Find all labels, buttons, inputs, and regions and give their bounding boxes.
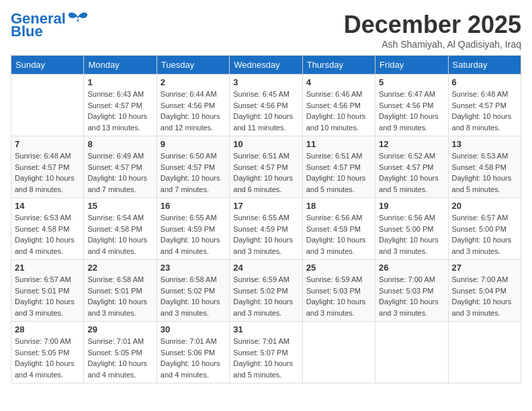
day-number: 5 (379, 77, 444, 87)
day-number: 29 (87, 324, 152, 334)
calendar-cell: 18Sunrise: 6:56 AM Sunset: 4:59 PM Dayli… (302, 198, 375, 260)
calendar-cell: 28Sunrise: 7:00 AM Sunset: 5:05 PM Dayli… (11, 322, 84, 383)
calendar-cell: 26Sunrise: 7:00 AM Sunset: 5:03 PM Dayli… (375, 260, 448, 322)
calendar-cell (448, 322, 521, 383)
cell-sun-info: Sunrise: 6:55 AM Sunset: 4:59 PM Dayligh… (233, 212, 298, 257)
title-block: December 2025 Ash Shamiyah, Al Qadisiyah… (344, 11, 521, 50)
calendar-cell: 19Sunrise: 6:56 AM Sunset: 5:00 PM Dayli… (375, 198, 448, 260)
calendar-cell (375, 322, 448, 383)
calendar-week-row: 14Sunrise: 6:53 AM Sunset: 4:58 PM Dayli… (11, 198, 521, 260)
cell-sun-info: Sunrise: 6:48 AM Sunset: 4:57 PM Dayligh… (15, 150, 80, 195)
cell-sun-info: Sunrise: 6:48 AM Sunset: 4:57 PM Dayligh… (452, 89, 517, 133)
day-number: 24 (233, 263, 298, 273)
calendar-cell: 4Sunrise: 6:46 AM Sunset: 4:56 PM Daylig… (302, 75, 375, 136)
day-number: 11 (306, 139, 371, 149)
cell-sun-info: Sunrise: 6:54 AM Sunset: 4:58 PM Dayligh… (87, 212, 152, 257)
cell-sun-info: Sunrise: 6:51 AM Sunset: 4:57 PM Dayligh… (306, 150, 371, 195)
cell-sun-info: Sunrise: 6:59 AM Sunset: 5:02 PM Dayligh… (233, 274, 298, 318)
day-number: 20 (452, 201, 517, 211)
calendar-cell: 25Sunrise: 6:59 AM Sunset: 5:03 PM Dayli… (302, 260, 375, 322)
calendar-cell: 21Sunrise: 6:57 AM Sunset: 5:01 PM Dayli… (11, 260, 84, 322)
calendar-cell: 11Sunrise: 6:51 AM Sunset: 4:57 PM Dayli… (302, 136, 375, 198)
calendar-cell: 14Sunrise: 6:53 AM Sunset: 4:58 PM Dayli… (11, 198, 84, 260)
day-number: 23 (161, 263, 226, 273)
month-title: December 2025 (344, 11, 521, 39)
cell-sun-info: Sunrise: 6:53 AM Sunset: 4:58 PM Dayligh… (452, 150, 517, 195)
page-header: General Blue December 2025 Ash Shamiyah,… (11, 11, 521, 50)
calendar-cell: 23Sunrise: 6:58 AM Sunset: 5:02 PM Dayli… (157, 260, 229, 322)
cell-sun-info: Sunrise: 6:58 AM Sunset: 5:02 PM Dayligh… (161, 274, 226, 318)
calendar-week-row: 21Sunrise: 6:57 AM Sunset: 5:01 PM Dayli… (11, 260, 521, 322)
weekday-header-friday: Friday (375, 56, 448, 75)
day-number: 12 (379, 139, 444, 149)
day-number: 26 (379, 263, 444, 273)
weekday-header-tuesday: Tuesday (157, 56, 229, 75)
day-number: 30 (161, 324, 226, 334)
calendar-cell (11, 75, 84, 136)
day-number: 31 (233, 324, 298, 334)
day-number: 9 (161, 139, 226, 149)
calendar-cell: 8Sunrise: 6:49 AM Sunset: 4:57 PM Daylig… (84, 136, 157, 198)
cell-sun-info: Sunrise: 6:57 AM Sunset: 5:01 PM Dayligh… (15, 274, 80, 318)
calendar-cell: 30Sunrise: 7:01 AM Sunset: 5:06 PM Dayli… (157, 322, 229, 383)
calendar-week-row: 28Sunrise: 7:00 AM Sunset: 5:05 PM Dayli… (11, 322, 521, 383)
calendar-cell: 27Sunrise: 7:00 AM Sunset: 5:04 PM Dayli… (448, 260, 521, 322)
day-number: 18 (306, 201, 371, 211)
cell-sun-info: Sunrise: 6:45 AM Sunset: 4:56 PM Dayligh… (233, 89, 298, 133)
day-number: 16 (161, 201, 226, 211)
calendar-cell (302, 322, 375, 383)
calendar-cell: 5Sunrise: 6:47 AM Sunset: 4:56 PM Daylig… (375, 75, 448, 136)
day-number: 13 (452, 139, 517, 149)
calendar-cell: 9Sunrise: 6:50 AM Sunset: 4:57 PM Daylig… (157, 136, 229, 198)
calendar-week-row: 1Sunrise: 6:43 AM Sunset: 4:57 PM Daylig… (11, 75, 521, 136)
calendar-cell: 1Sunrise: 6:43 AM Sunset: 4:57 PM Daylig… (84, 75, 157, 136)
logo: General Blue (11, 11, 89, 39)
weekday-header-thursday: Thursday (302, 56, 375, 75)
calendar-week-row: 7Sunrise: 6:48 AM Sunset: 4:57 PM Daylig… (11, 136, 521, 198)
logo-blue-text: Blue (11, 24, 43, 39)
day-number: 25 (306, 263, 371, 273)
calendar-cell: 2Sunrise: 6:44 AM Sunset: 4:56 PM Daylig… (157, 75, 229, 136)
cell-sun-info: Sunrise: 6:46 AM Sunset: 4:56 PM Dayligh… (306, 89, 371, 133)
day-number: 8 (87, 139, 152, 149)
day-number: 2 (161, 77, 226, 87)
cell-sun-info: Sunrise: 7:00 AM Sunset: 5:03 PM Dayligh… (379, 274, 444, 318)
day-number: 3 (233, 77, 298, 87)
calendar-cell: 7Sunrise: 6:48 AM Sunset: 4:57 PM Daylig… (11, 136, 84, 198)
location: Ash Shamiyah, Al Qadisiyah, Iraq (344, 39, 521, 50)
day-number: 10 (233, 139, 298, 149)
calendar-cell: 6Sunrise: 6:48 AM Sunset: 4:57 PM Daylig… (448, 75, 521, 136)
day-number: 14 (15, 201, 80, 211)
calendar-cell: 12Sunrise: 6:52 AM Sunset: 4:57 PM Dayli… (375, 136, 448, 198)
calendar-cell: 16Sunrise: 6:55 AM Sunset: 4:59 PM Dayli… (157, 198, 229, 260)
day-number: 22 (87, 263, 152, 273)
calendar-cell: 15Sunrise: 6:54 AM Sunset: 4:58 PM Dayli… (84, 198, 157, 260)
cell-sun-info: Sunrise: 6:55 AM Sunset: 4:59 PM Dayligh… (161, 212, 226, 257)
weekday-header-monday: Monday (84, 56, 157, 75)
day-number: 19 (379, 201, 444, 211)
day-number: 1 (87, 77, 152, 87)
day-number: 17 (233, 201, 298, 211)
cell-sun-info: Sunrise: 6:58 AM Sunset: 5:01 PM Dayligh… (87, 274, 152, 318)
calendar-cell: 13Sunrise: 6:53 AM Sunset: 4:58 PM Dayli… (448, 136, 521, 198)
cell-sun-info: Sunrise: 6:53 AM Sunset: 4:58 PM Dayligh… (15, 212, 80, 257)
cell-sun-info: Sunrise: 6:50 AM Sunset: 4:57 PM Dayligh… (161, 150, 226, 195)
cell-sun-info: Sunrise: 6:47 AM Sunset: 4:56 PM Dayligh… (379, 89, 444, 133)
weekday-header-saturday: Saturday (448, 56, 521, 75)
cell-sun-info: Sunrise: 6:51 AM Sunset: 4:57 PM Dayligh… (233, 150, 298, 195)
day-number: 4 (306, 77, 371, 87)
calendar-cell: 31Sunrise: 7:01 AM Sunset: 5:07 PM Dayli… (230, 322, 302, 383)
calendar-cell: 3Sunrise: 6:45 AM Sunset: 4:56 PM Daylig… (230, 75, 302, 136)
cell-sun-info: Sunrise: 6:57 AM Sunset: 5:00 PM Dayligh… (452, 212, 517, 257)
weekday-header-row: SundayMondayTuesdayWednesdayThursdayFrid… (11, 56, 521, 75)
calendar-cell: 20Sunrise: 6:57 AM Sunset: 5:00 PM Dayli… (448, 198, 521, 260)
calendar-cell: 29Sunrise: 7:01 AM Sunset: 5:05 PM Dayli… (84, 322, 157, 383)
logo-bird-icon (67, 11, 89, 26)
cell-sun-info: Sunrise: 6:49 AM Sunset: 4:57 PM Dayligh… (87, 150, 152, 195)
cell-sun-info: Sunrise: 7:00 AM Sunset: 5:05 PM Dayligh… (15, 336, 80, 380)
calendar-cell: 24Sunrise: 6:59 AM Sunset: 5:02 PM Dayli… (230, 260, 302, 322)
day-number: 7 (15, 139, 80, 149)
day-number: 15 (87, 201, 152, 211)
cell-sun-info: Sunrise: 6:59 AM Sunset: 5:03 PM Dayligh… (306, 274, 371, 318)
day-number: 6 (452, 77, 517, 87)
